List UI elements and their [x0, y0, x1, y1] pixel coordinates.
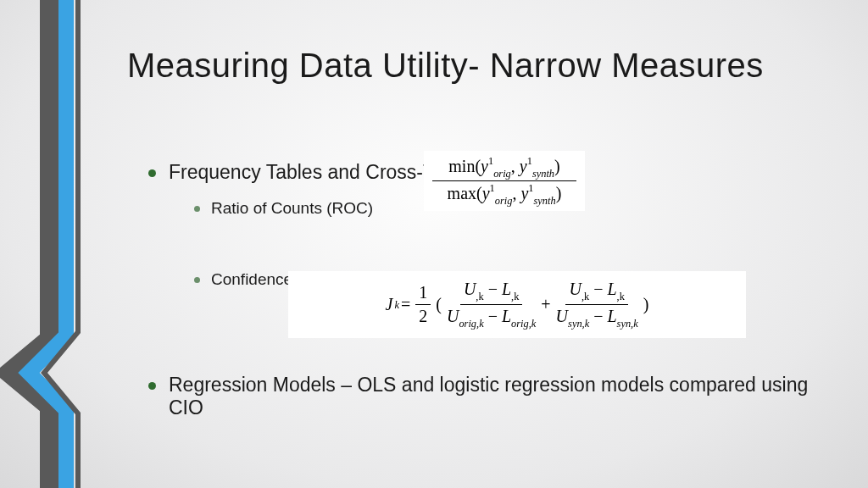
slide-title: Measuring Data Utility- Narrow Measures: [127, 47, 764, 85]
formula-cio: Jk = 12 ( U,k − L,k Uorig,k − Lorig,k + …: [288, 271, 746, 338]
bullet-text: Regression Models – OLS and logistic reg…: [169, 374, 808, 419]
slide: Measuring Data Utility- Narrow Measures …: [0, 0, 868, 488]
formula-roc: min(y1orig, y1synth) max(y1orig, y1synth…: [424, 151, 585, 211]
accent-stripe: [0, 0, 110, 488]
bullet-regression: Regression Models – OLS and logistic reg…: [148, 374, 843, 419]
bullet-text: Ratio of Counts (ROC): [211, 199, 373, 217]
